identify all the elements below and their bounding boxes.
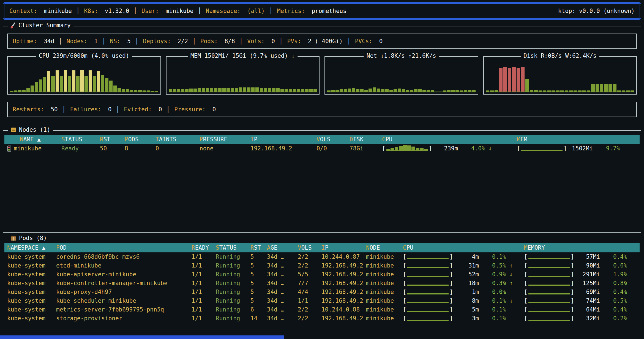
gauge-fill bbox=[521, 150, 563, 151]
chart-bar bbox=[72, 70, 75, 92]
chart-bar bbox=[427, 90, 430, 92]
stat-value: 2 ( 400Gi) bbox=[308, 38, 343, 45]
pods-header-pod[interactable]: POD bbox=[56, 243, 191, 252]
pod-row[interactable]: kube-systemstorage-provisioner1/1Running… bbox=[4, 314, 640, 323]
cpu-sparkline bbox=[386, 145, 428, 151]
chart-bar bbox=[173, 89, 176, 92]
health-stats-box: Restarts: 50│Failures: 0│Evicted: 0│Pres… bbox=[7, 102, 637, 117]
chart-bar bbox=[305, 89, 309, 92]
nodes-header-pressure[interactable]: PRESSURE bbox=[199, 135, 250, 144]
pod-name: kube-proxy-d4h97 bbox=[56, 288, 191, 296]
stat-label: Metrics: bbox=[277, 8, 309, 14]
node-row[interactable]: minikubeReady5080none192.168.49.20/078Gi… bbox=[4, 144, 640, 153]
nodes-header-disk[interactable]: DISK bbox=[349, 135, 381, 144]
pod-cpu: 31m0.5% ↑ bbox=[402, 261, 523, 270]
pods-header-rst[interactable]: RST bbox=[250, 243, 266, 252]
nodes-header-vols[interactable]: VOLS bbox=[316, 135, 349, 144]
chart-bar bbox=[582, 90, 586, 92]
server-icon bbox=[10, 126, 17, 133]
pods-header-ready[interactable]: READY bbox=[191, 243, 215, 252]
pod-mem: 57Mi0.4% bbox=[523, 252, 640, 261]
stat-label: Uptime: bbox=[13, 38, 40, 45]
stat-value: prometheus bbox=[312, 8, 346, 14]
pod-row[interactable]: kube-systemcoredns-668d6bf9bc-mzvs61/1Ru… bbox=[4, 252, 640, 261]
pod-mem: 74Mi0.5% bbox=[523, 296, 640, 305]
chart-bar bbox=[39, 79, 42, 92]
nodes-header-name[interactable]: NAME ▲ bbox=[4, 135, 61, 144]
stat-value: 0 bbox=[212, 106, 216, 113]
nodes-header-cpu[interactable]: CPU bbox=[381, 135, 516, 144]
stat-value: minikube bbox=[44, 8, 72, 14]
pod-cpu-gauge bbox=[403, 261, 453, 270]
chart-bar bbox=[155, 91, 158, 92]
pods-header-node[interactable]: NODE bbox=[365, 243, 402, 252]
pod-row[interactable]: kube-systemkube-scheduler-minikube1/1Run… bbox=[4, 296, 640, 305]
pods-header-status[interactable]: STATUS bbox=[215, 243, 250, 252]
chart-bar bbox=[177, 89, 180, 92]
nodes-header-status[interactable]: STATUS bbox=[61, 135, 99, 144]
cluster-summary-title: Cluster Summary bbox=[8, 22, 73, 29]
chart-bar bbox=[499, 68, 503, 92]
pod-row[interactable]: kube-systemmetrics-server-7fbb699795-pnn… bbox=[4, 305, 640, 314]
pod-mem-gauge bbox=[524, 305, 574, 314]
chart-bar bbox=[64, 70, 67, 92]
stat-value: v1.32.0 bbox=[105, 8, 129, 14]
pod-mem-gauge bbox=[524, 314, 574, 323]
pod-row[interactable]: kube-systemetcd-minikube1/1Running534d …… bbox=[4, 261, 640, 270]
stat-label: Deploys: bbox=[143, 38, 174, 45]
stat-value: 0 bbox=[108, 106, 112, 113]
nodes-header-pods[interactable]: PODS bbox=[124, 135, 155, 144]
stat-segment: Vols: 0 bbox=[247, 38, 275, 45]
pod-mem-percent: 0.6% bbox=[613, 261, 627, 270]
pods-panel-title: Pods (8) bbox=[8, 235, 50, 241]
chart-bar bbox=[414, 89, 417, 92]
chart-bar bbox=[210, 88, 213, 92]
separator: │ bbox=[59, 38, 62, 45]
pod-row[interactable]: kube-systemkube-apiserver-minikube1/1Run… bbox=[4, 270, 640, 279]
chart-bar bbox=[260, 88, 263, 92]
pods-header-memory[interactable]: MEMORY bbox=[523, 243, 640, 252]
pods-header-namespace[interactable]: NAMESPACE ▲ bbox=[4, 243, 56, 252]
pod-ready: 1/1 bbox=[191, 288, 215, 296]
pod-cpu: 5m0.1% bbox=[402, 305, 523, 314]
pod-cpu-percent: 0.1% ↓ bbox=[492, 296, 513, 305]
stat-label: Failures: bbox=[70, 106, 105, 113]
chart-bar bbox=[335, 90, 339, 92]
pods-header-age[interactable]: AGE bbox=[266, 243, 297, 252]
pods-header-ip[interactable]: IP bbox=[321, 243, 365, 252]
pod-ip: 192.168.49.2 bbox=[321, 270, 365, 279]
stat-label: Namespace: bbox=[206, 8, 244, 14]
pod-restarts: 5 bbox=[250, 296, 266, 305]
spark-bar bbox=[391, 148, 394, 150]
stat-segment: Uptime: 34d bbox=[13, 38, 54, 45]
chart-bar bbox=[508, 68, 511, 92]
nodes-header-mem[interactable]: MEM bbox=[516, 135, 640, 144]
pod-age: 34d … bbox=[266, 261, 297, 270]
pod-mem-value: 32Mi bbox=[577, 314, 600, 323]
nodes-header-rst[interactable]: RST bbox=[99, 135, 124, 144]
separator: │ bbox=[62, 106, 66, 113]
chart-bar bbox=[331, 90, 335, 92]
pod-cpu-value: 5m bbox=[456, 305, 479, 314]
chart-bar bbox=[222, 88, 226, 92]
chart-bar bbox=[309, 89, 313, 92]
pods-header-cpu[interactable]: CPU bbox=[402, 243, 523, 252]
pod-cpu: 1m0.0% bbox=[402, 288, 523, 296]
node-status: Ready bbox=[61, 144, 99, 153]
nodes-header-ip[interactable]: IP bbox=[250, 135, 316, 144]
pods-header-vols[interactable]: VOLS bbox=[297, 243, 321, 252]
chart-title: Net ↓1.8K/s ↑21.6K/s bbox=[364, 53, 439, 59]
ktop-version: ktop: v0.0.0 (unknown) bbox=[558, 8, 635, 14]
chart-bar bbox=[327, 90, 331, 92]
pod-row[interactable]: kube-systemkube-controller-manager-minik… bbox=[4, 279, 640, 288]
bottom-statusbar-partial bbox=[0, 335, 284, 339]
gauge-fill bbox=[407, 258, 449, 259]
nodes-header-taints[interactable]: TAINTS bbox=[155, 135, 199, 144]
topbar: Context: minikube│K8s: v1.32.0│User: min… bbox=[3, 2, 641, 20]
separator: │ bbox=[167, 106, 170, 113]
pod-name: kube-apiserver-minikube bbox=[56, 270, 191, 279]
chart-bar bbox=[56, 70, 59, 92]
chart-bar bbox=[364, 90, 368, 92]
pod-row[interactable]: kube-systemkube-proxy-d4h971/1Running534… bbox=[4, 288, 640, 296]
pod-name: storage-provisioner bbox=[56, 314, 191, 323]
